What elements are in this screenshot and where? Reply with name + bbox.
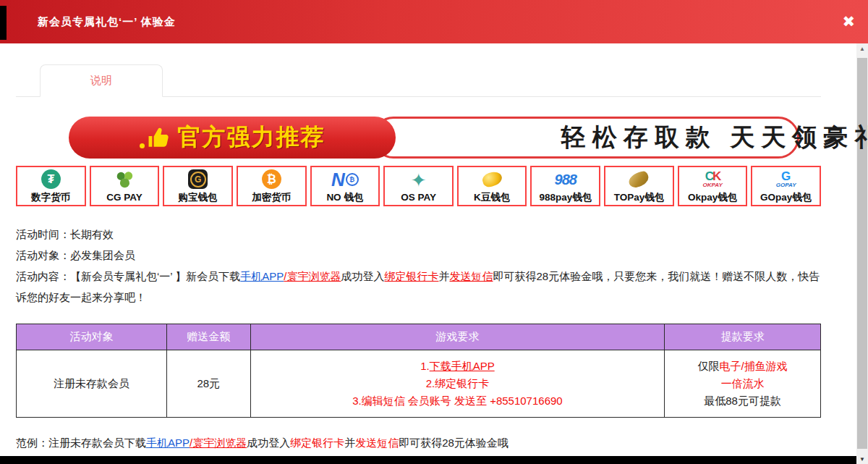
- payment-okpay[interactable]: CK OKPAY Okpay钱包: [678, 166, 748, 206]
- payment-methods-row: ₮ 数字货币 CG PAY G 购宝钱包 ₿ 加密货币: [16, 166, 821, 206]
- bind-bank-link[interactable]: 绑定银行卡: [384, 270, 438, 282]
- tether-icon: ₮: [41, 169, 61, 189]
- payment-goubao-wallet[interactable]: G 购宝钱包: [163, 166, 233, 206]
- gopay-icon: G GOPAY: [776, 170, 796, 188]
- modal-title: 新会员专属礼包‘一’ 体验金: [38, 0, 176, 43]
- download-app-link[interactable]: 下载手机APP: [430, 360, 495, 372]
- tab-bar: 说明: [16, 64, 821, 97]
- banner-left-text: 官方强力推荐: [178, 122, 326, 153]
- gold-swoosh-icon: [628, 170, 651, 188]
- payment-crypto[interactable]: ₿ 加密货币: [237, 166, 307, 206]
- cell-target: 注册未存款会员: [17, 350, 167, 418]
- sparkle-icon: ✦: [411, 171, 427, 190]
- promo-info: 活动时间：长期有效 活动对象：必发集团会员 活动内容：【新会员专属礼包‘一’ 】…: [16, 224, 821, 308]
- modal-header: 新会员专属礼包‘一’ 体验金 ✖: [0, 0, 868, 43]
- payment-gopay[interactable]: G GOPAY GOpay钱包: [751, 166, 821, 206]
- app-link[interactable]: 手机APP: [240, 270, 284, 282]
- payment-topay[interactable]: TOPay钱包: [604, 166, 674, 206]
- table-header-row: 活动对象 赠送金额 游戏要求 提款要求: [17, 324, 821, 350]
- close-icon[interactable]: ✖: [842, 0, 855, 43]
- no-wallet-icon: N₿: [331, 169, 359, 190]
- okpay-icon: CK OKPAY: [702, 170, 722, 188]
- col-game-req: 游戏要求: [250, 324, 665, 350]
- promo-modal: 新会员专属礼包‘一’ 体验金 ✖ 说明 官方强力推荐 轻松存取款 天天领豪礼: [0, 0, 868, 456]
- banner-right-text: 轻松存取款 天天领豪礼: [657, 119, 790, 156]
- payment-kdou-wallet[interactable]: K豆钱包: [457, 166, 527, 206]
- scroll-up-icon[interactable]: ▲: [856, 43, 868, 55]
- payment-cgpay[interactable]: CG PAY: [90, 166, 160, 206]
- scrollbar-thumb[interactable]: [857, 58, 867, 449]
- scroll-down-icon[interactable]: ▼: [856, 456, 868, 463]
- bitcoin-icon: ₿: [262, 169, 281, 189]
- gold-bean-icon: [480, 169, 503, 188]
- 988-icon: 988: [555, 172, 576, 187]
- payment-no-wallet[interactable]: N₿ NO 钱包: [310, 166, 380, 206]
- header-notch: [0, 6, 7, 40]
- cell-game-req: 1.下载手机APP 2.绑定银行卡 3.编辑短信 会员账号 发送至 +85510…: [250, 350, 665, 418]
- col-target: 活动对象: [17, 324, 167, 350]
- goubao-icon: G: [188, 169, 208, 189]
- payment-988pay[interactable]: 988 988pay钱包: [530, 166, 600, 206]
- promo-banner: 官方强力推荐 轻松存取款 天天领豪礼: [69, 117, 799, 159]
- send-sms-link[interactable]: 发送短信: [449, 270, 493, 282]
- info-line-content: 活动内容：【新会员专属礼包‘一’ 】新会员下载手机APP/寰宇浏览器成功登入绑定…: [16, 266, 821, 308]
- payment-ospay[interactable]: ✦ OS PAY: [383, 166, 454, 206]
- thumbs-up-icon: [140, 125, 171, 150]
- scrollbar[interactable]: ▲ ▼: [856, 43, 868, 464]
- promo-table: 活动对象 赠送金额 游戏要求 提款要求 注册未存款会员 28元 1.下载手机AP…: [16, 324, 821, 418]
- example-line: 范例：注册未存款会员下载手机APP/寰宇浏览器成功登入绑定银行卡并发送短信即可获…: [16, 436, 821, 450]
- banner-slogan-box: 轻松存取款 天天领豪礼: [373, 117, 799, 159]
- example-app-link[interactable]: 手机APP: [146, 436, 190, 449]
- cell-withdraw-req: 仅限电子/捕鱼游戏 一倍流水 最低88元可提款: [665, 350, 821, 418]
- modal-content: 说明 官方强力推荐 轻松存取款 天天领豪礼 ₮ 数字货币: [0, 43, 868, 456]
- tab-description-label: 说明: [90, 74, 112, 88]
- example-browser-link[interactable]: /寰宇浏览器: [190, 436, 247, 449]
- clover-icon: [114, 169, 135, 191]
- cell-amount: 28元: [166, 350, 250, 418]
- bottom-black-bar: [0, 456, 849, 464]
- banner-recommend-pill: 官方强力推荐: [69, 117, 396, 159]
- table-row: 注册未存款会员 28元 1.下载手机APP 2.绑定银行卡 3.编辑短信 会员账…: [17, 350, 821, 418]
- info-line-target: 活动对象：必发集团会员: [16, 245, 821, 266]
- col-amount: 赠送金额: [166, 324, 250, 350]
- tab-description[interactable]: 说明: [40, 64, 163, 97]
- payment-digital-currency[interactable]: ₮ 数字货币: [16, 166, 86, 206]
- col-withdraw-req: 提款要求: [665, 324, 821, 350]
- browser-link[interactable]: /寰宇浏览器: [284, 270, 341, 282]
- info-line-time: 活动时间：长期有效: [16, 224, 821, 245]
